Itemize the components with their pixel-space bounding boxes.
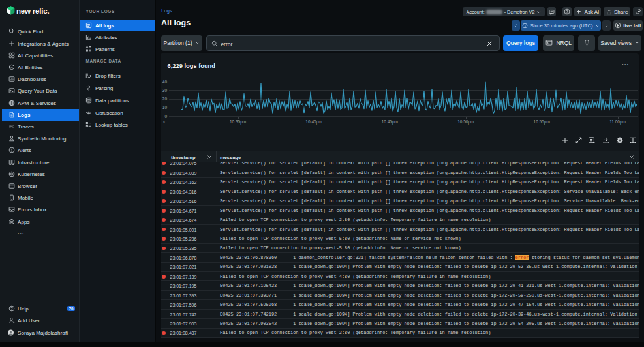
svg-text:new relic.: new relic. xyxy=(16,7,49,15)
